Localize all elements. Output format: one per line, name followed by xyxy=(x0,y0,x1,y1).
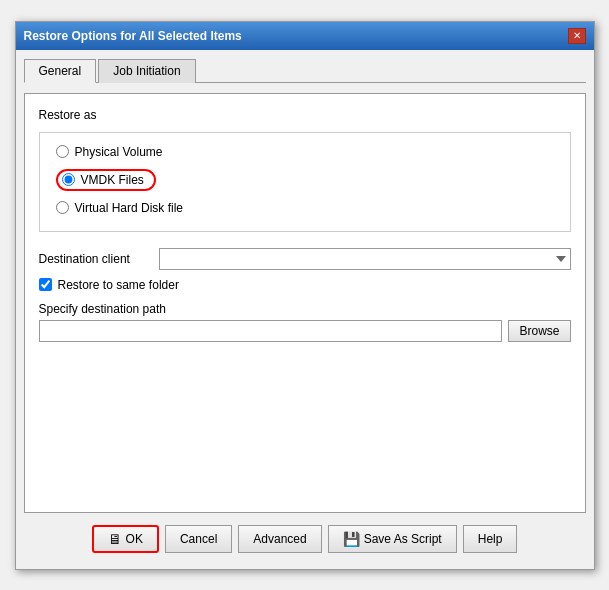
radio-vmdk-files-input[interactable] xyxy=(62,173,75,186)
window-title: Restore Options for All Selected Items xyxy=(24,29,242,43)
main-window: Restore Options for All Selected Items ✕… xyxy=(15,21,595,570)
radio-vhd-file[interactable]: Virtual Hard Disk file xyxy=(56,201,554,215)
destination-client-select[interactable] xyxy=(159,248,571,270)
radio-vhd-file-label: Virtual Hard Disk file xyxy=(75,201,183,215)
destination-path-input[interactable] xyxy=(39,320,503,342)
radio-physical-volume[interactable]: Physical Volume xyxy=(56,145,554,159)
restore-same-folder-label: Restore to same folder xyxy=(58,278,179,292)
save-as-script-icon: 💾 xyxy=(343,531,360,547)
restore-as-group: Physical Volume VMDK Files Virtual Hard … xyxy=(39,132,571,232)
restore-same-folder-row[interactable]: Restore to same folder xyxy=(39,278,571,292)
content-area: Restore as Physical Volume VMDK Files Vi… xyxy=(24,93,586,513)
tab-bar: General Job Initiation xyxy=(24,58,586,83)
tab-job-initiation[interactable]: Job Initiation xyxy=(98,59,195,83)
save-as-script-label: Save As Script xyxy=(364,532,442,546)
restore-as-label: Restore as xyxy=(39,108,571,122)
title-bar: Restore Options for All Selected Items ✕ xyxy=(16,22,594,50)
destination-path-label: Specify destination path xyxy=(39,302,571,316)
radio-vmdk-files[interactable]: VMDK Files xyxy=(56,169,554,191)
help-button[interactable]: Help xyxy=(463,525,518,553)
destination-client-row: Destination client xyxy=(39,248,571,270)
button-bar: 🖥 OK Cancel Advanced 💾 Save As Script He… xyxy=(24,513,586,561)
close-button[interactable]: ✕ xyxy=(568,28,586,44)
destination-path-row: Browse xyxy=(39,320,571,342)
cancel-button[interactable]: Cancel xyxy=(165,525,232,553)
browse-button[interactable]: Browse xyxy=(508,320,570,342)
ok-label: OK xyxy=(126,532,143,546)
window-body: General Job Initiation Restore as Physic… xyxy=(16,50,594,569)
radio-vhd-file-input[interactable] xyxy=(56,201,69,214)
restore-same-folder-checkbox[interactable] xyxy=(39,278,52,291)
ok-button[interactable]: 🖥 OK xyxy=(92,525,159,553)
radio-physical-volume-input[interactable] xyxy=(56,145,69,158)
advanced-button[interactable]: Advanced xyxy=(238,525,321,553)
save-as-script-button[interactable]: 💾 Save As Script xyxy=(328,525,457,553)
radio-vmdk-files-label: VMDK Files xyxy=(81,173,144,187)
radio-physical-volume-label: Physical Volume xyxy=(75,145,163,159)
destination-client-label: Destination client xyxy=(39,252,149,266)
vmdk-highlight: VMDK Files xyxy=(56,169,156,191)
ok-icon: 🖥 xyxy=(108,531,122,547)
tab-general[interactable]: General xyxy=(24,59,97,83)
